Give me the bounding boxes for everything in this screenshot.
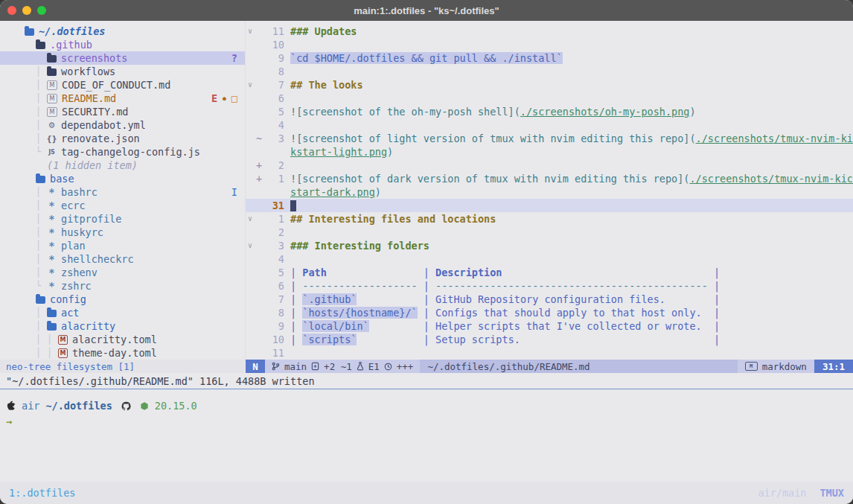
editor-line[interactable]: ~3![screenshot of light version of tmux … [246, 132, 853, 145]
star-icon: * [47, 253, 57, 265]
titlebar: main:1:.dotfiles - "ks~/.dotfiles" [0, 0, 853, 21]
toml-icon: M [58, 335, 68, 345]
git-sign [255, 226, 263, 239]
minimize-button[interactable] [22, 6, 31, 15]
line-number [263, 145, 284, 159]
git-sign [255, 319, 263, 333]
indent-guide: │ [36, 267, 47, 278]
editor-line[interactable]: 2 [246, 226, 853, 239]
tree-row-zshrc[interactable]: └*zshrc [0, 279, 245, 293]
tree-row-act[interactable]: │act [0, 306, 245, 319]
line-text: ![screenshot of dark version of tmux wit… [290, 172, 853, 185]
line-number: 31 [263, 199, 284, 212]
toml-icon: M [58, 348, 68, 358]
tree-row-shellcheckrc[interactable]: │*shellcheckrc [0, 252, 245, 266]
tree-row-renovate-json[interactable]: │{}renovate.json [0, 132, 245, 145]
tree-row-dotfiles[interactable]: ~/.dotfiles [0, 25, 245, 38]
editor-line[interactable]: 6| ------------------- | ---------------… [246, 279, 853, 293]
tree-row-tag-changelog-config-js[interactable]: └JStag-changelog-config.js [0, 145, 245, 159]
js-icon: JS [47, 149, 57, 156]
tree-row-alacritty-toml[interactable]: ││Malacritty.toml [0, 333, 245, 346]
indent-guide: │ [36, 214, 47, 224]
fold-marker [246, 105, 255, 118]
github-icon [121, 401, 131, 411]
tree-row-dependabot-yml[interactable]: │⚙dependabot.yml [0, 118, 245, 132]
editor-line[interactable]: 11 [246, 346, 853, 360]
fold-marker [246, 252, 255, 266]
tree-row-screenshots[interactable]: screenshots? [0, 51, 245, 65]
fold-marker [246, 38, 255, 51]
tree-row-github[interactable]: .github [0, 38, 245, 51]
git-sign [255, 306, 263, 319]
editor-line[interactable]: 9`cd $HOME/.dotfiles && git pull && ./in… [246, 51, 853, 65]
tree-row-huskyrc[interactable]: │*huskyrc [0, 226, 245, 239]
tmux-window-tab[interactable]: 1:.dotfiles [9, 487, 75, 499]
tree-row-plan[interactable]: │*plan [0, 239, 245, 252]
editor-line[interactable]: ∨1## Interesting files and locations [246, 212, 853, 226]
editor-line[interactable]: 10 [246, 38, 853, 51]
editor-lines[interactable]: ∨11### Updates109`cd $HOME/.dotfiles && … [246, 21, 853, 360]
tree-row-theme-day-toml[interactable]: ││Mtheme-day.toml [0, 346, 245, 360]
git-untracked-badge: ? [231, 52, 237, 64]
apple-icon [6, 401, 16, 411]
editor-line[interactable]: ∨7## The looks [246, 78, 853, 92]
git-sign [255, 105, 263, 118]
mode-indicator: N [246, 360, 265, 373]
fold-marker [246, 279, 255, 293]
tree-row-code-of-conduct-md[interactable]: │MCODE_OF_CONDUCT.md [0, 78, 245, 92]
fold-marker [246, 319, 255, 333]
fold-marker [246, 346, 255, 360]
editor-line[interactable]: 6 [246, 92, 853, 105]
tree-label: theme-day.toml [72, 347, 157, 359]
line-text: | `hosts/{hostname}/` | Configs that sho… [290, 306, 720, 319]
tree-row-zshenv[interactable]: │*zshenv [0, 266, 245, 279]
tree-row-ecrc[interactable]: │*ecrc [0, 199, 245, 212]
editor-line[interactable]: 9| `local/bin` | Helper scripts that I'v… [246, 319, 853, 333]
git-sign [255, 333, 263, 346]
tree-row-bashrc[interactable]: │*bashrcI [0, 185, 245, 199]
editor-line[interactable]: +1![screenshot of dark version of tmux w… [246, 172, 853, 185]
folder-icon [47, 68, 57, 76]
editor-line[interactable]: 4 [246, 252, 853, 266]
editor-line[interactable]: 8| `hosts/{hostname}/` | Configs that sh… [246, 306, 853, 319]
tree-row-1-hidden-item[interactable]: (1 hidden item) [0, 159, 245, 172]
editor-line[interactable]: 10| `scripts` | Setup scripts. | [246, 333, 853, 346]
editor-line[interactable]: 7| `.github` | GitHub Repository configu… [246, 293, 853, 306]
tree-row-readme-md[interactable]: │MREADME.mdE●□ [0, 92, 245, 105]
tree-row-workflows[interactable]: │workflows [0, 65, 245, 78]
line-number: 7 [263, 78, 284, 92]
unstaged-badge: □ [231, 92, 237, 104]
editor-line[interactable]: ∨3### Interesting folders [246, 239, 853, 252]
statusline-extra: +++ [397, 361, 414, 372]
editor-line[interactable]: kstart-light.png) [246, 145, 853, 159]
indent-guide: │ [36, 120, 47, 130]
close-button[interactable] [7, 6, 16, 15]
tree-label: huskyrc [61, 226, 103, 238]
fold-marker [246, 199, 255, 212]
editor-line[interactable]: ∨11### Updates [246, 25, 853, 38]
line-text: ## Interesting files and locations [290, 212, 496, 226]
tree-row-base[interactable]: base [0, 172, 245, 185]
zoom-button[interactable] [37, 6, 46, 15]
line-text: | Path | Description | [290, 266, 720, 279]
editor-line[interactable]: 8 [246, 65, 853, 78]
editor-line[interactable]: 5| Path | Description | [246, 266, 853, 279]
star-icon: * [47, 240, 57, 252]
tree-row-security-md[interactable]: │MSECURITY.md [0, 105, 245, 118]
editor-line[interactable]: +2 [246, 159, 853, 172]
tree-row-config[interactable]: config [0, 293, 245, 306]
cursor-position: 31:1 [814, 360, 853, 373]
editor-line[interactable]: 4 [246, 118, 853, 132]
star-icon: * [47, 200, 57, 211]
fold-marker [246, 145, 255, 159]
folder-open-icon [47, 323, 57, 331]
line-text: start-dark.png) [290, 185, 381, 199]
tree-row-alacritty[interactable]: │alacritty [0, 319, 245, 333]
shell-pane[interactable]: air ~/.dotfiles 20.15.0 → [0, 389, 853, 482]
editor-line[interactable]: 5![screenshot of the oh-my-posh shell](.… [246, 105, 853, 118]
editor-line[interactable]: start-dark.png) [246, 185, 853, 199]
tree-row-gitprofile[interactable]: │*gitprofile [0, 212, 245, 226]
editor-line[interactable]: 31 [246, 199, 853, 212]
tree-label: shellcheckrc [61, 253, 134, 265]
git-sign [255, 346, 263, 360]
